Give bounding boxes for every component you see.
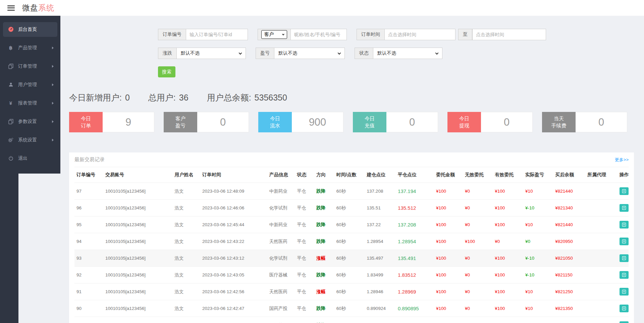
customer-input[interactable] <box>290 29 347 40</box>
sidebar-item-订单管理[interactable]: 订单管理 <box>0 57 60 75</box>
product-cell: 医疗器械 <box>267 267 295 283</box>
invalid-cell: ¥0 <box>463 300 493 317</box>
direction-cell: 跌降 <box>314 267 334 283</box>
profit-cell: ¥-10 <box>523 200 553 216</box>
id-cell: 90 <box>74 300 103 317</box>
stat-card: 今日 订单 9 <box>69 112 154 132</box>
order-detail-button[interactable] <box>620 238 629 245</box>
profit-cell: ¥10 <box>523 216 553 233</box>
order-detail-button[interactable] <box>620 187 629 195</box>
hamburger-menu-icon[interactable] <box>7 5 15 11</box>
profit-cell: ¥-10 <box>523 267 553 283</box>
order-detail-button[interactable] <box>620 221 629 229</box>
invalid-cell: ¥0 <box>463 183 493 200</box>
name-cell: 浩文 <box>172 216 200 233</box>
chevron-down-icon <box>435 51 439 55</box>
chevron-down-icon <box>338 51 341 55</box>
profit-cell: ¥0 <box>523 233 553 250</box>
open-cell: 0.890924 <box>365 300 396 317</box>
time-cell: 2023-03-06 12:45:44 <box>200 216 267 233</box>
sidebar-item-退出[interactable]: 退出 <box>0 149 60 168</box>
product-cell: 化学试剂 <box>267 200 295 216</box>
updown-select[interactable]: 默认不选 <box>176 48 246 59</box>
updown-value: 默认不选 <box>181 50 200 56</box>
action-cell <box>618 283 629 300</box>
table-row: 9210010105[a123456]浩文2023-03-06 12:43:05… <box>74 267 629 283</box>
open-cell: 137.208 <box>365 183 396 200</box>
amount-cell: ¥100 <box>434 300 463 317</box>
stat-card: 今日 提现 0 <box>447 112 533 132</box>
column-header: 时间/点数 <box>334 167 365 183</box>
account-cell: 10010105[a123456] <box>103 233 172 250</box>
table-body: 9710010105[a123456]浩文2023-03-06 12:48:09… <box>74 183 629 323</box>
order-detail-button[interactable] <box>620 271 629 279</box>
customer-type-select[interactable]: 客户 <box>261 30 287 39</box>
sidebar-item-后台首页[interactable]: 后台首页 <box>0 20 60 39</box>
valid-cell: ¥100 <box>493 250 523 267</box>
name-cell: 浩文 <box>172 250 200 267</box>
valid-cell: ¥100 <box>493 317 523 323</box>
profit-cell: ¥-10 <box>523 317 553 323</box>
profit-cell: ¥-10 <box>523 250 553 267</box>
sidebar-item-label: 退出 <box>18 155 28 162</box>
sidebar-item-参数设置[interactable]: 参数设置 <box>0 112 60 131</box>
sidebar-item-label: 报表管理 <box>18 100 37 106</box>
profit-select[interactable]: 默认不选 <box>274 48 345 59</box>
power-icon <box>7 156 14 161</box>
order-detail-button[interactable] <box>620 204 629 212</box>
status-cell: 平仓 <box>295 283 314 300</box>
total-users-label: 总用户: <box>148 92 176 103</box>
action-cell <box>618 183 629 200</box>
direction-cell: 涨幅 <box>314 250 334 267</box>
column-header: 买后余额 <box>553 167 585 183</box>
search-button[interactable]: 搜索 <box>158 66 175 77</box>
dashboard-icon <box>7 26 14 32</box>
order-detail-button[interactable] <box>620 321 629 323</box>
column-header: 有效委托 <box>493 167 523 183</box>
status-label: 状态 <box>355 48 373 59</box>
sidebar-item-产品管理[interactable]: ฿ 产品管理 <box>0 39 60 57</box>
order-detail-button[interactable] <box>620 305 629 312</box>
period-cell: 60秒 <box>334 183 365 200</box>
order-detail-button[interactable] <box>620 254 629 262</box>
more-link[interactable]: 更多>> <box>615 157 629 163</box>
total-users-stat: 总用户: 36 <box>148 92 189 103</box>
sidebar-item-系统设置[interactable]: 系统设置 <box>0 131 60 149</box>
order-detail-button[interactable] <box>620 288 629 296</box>
order-no-filter: 订单编号 <box>158 29 248 40</box>
name-cell: 浩文 <box>172 317 200 323</box>
close-cell: 135.491 <box>396 250 434 267</box>
column-header: 所属代理 <box>585 167 618 183</box>
amount-cell: ¥100 <box>434 267 463 283</box>
action-cell <box>618 317 629 323</box>
balance-cell: ¥821050 <box>553 250 585 267</box>
action-cell <box>618 267 629 283</box>
sidebar-item-用户管理[interactable]: 用户管理 <box>0 75 60 94</box>
chevron-right-icon <box>52 120 54 123</box>
status-value: 默认不选 <box>377 50 396 56</box>
column-header: 产品信息 <box>267 167 295 183</box>
stat-card-value: 900 <box>292 112 343 132</box>
id-cell: 93 <box>74 250 103 267</box>
amount-cell: ¥100 <box>434 283 463 300</box>
latest-trades-panel: 最新交易记录 更多>> 订单编号交易账号用户姓名订单时间产品信息状态方向时间/点… <box>69 152 634 323</box>
sidebar-item-报表管理[interactable]: ¥ 报表管理 <box>0 94 60 112</box>
stat-card-label: 今日 提现 <box>447 112 481 132</box>
name-cell: 浩文 <box>172 200 200 216</box>
close-cell: 137.194 <box>396 183 434 200</box>
time-to-input[interactable] <box>472 29 546 40</box>
order-time-label: 订单时间 <box>357 29 384 40</box>
name-cell: 浩文 <box>172 283 200 300</box>
invalid-cell: ¥0 <box>463 250 493 267</box>
status-select[interactable]: 默认不选 <box>373 48 442 59</box>
profit-value: 默认不选 <box>278 50 297 56</box>
column-header: 订单编号 <box>74 167 103 183</box>
action-cell <box>618 233 629 250</box>
order-no-input[interactable] <box>186 29 248 40</box>
direction-cell: 跌降 <box>314 216 334 233</box>
status-cell: 平仓 <box>295 233 314 250</box>
chevron-right-icon <box>52 47 54 49</box>
chevron-down-icon <box>282 33 284 35</box>
time-from-input[interactable] <box>384 29 455 40</box>
account-cell: 10010105[a123456] <box>103 250 172 267</box>
